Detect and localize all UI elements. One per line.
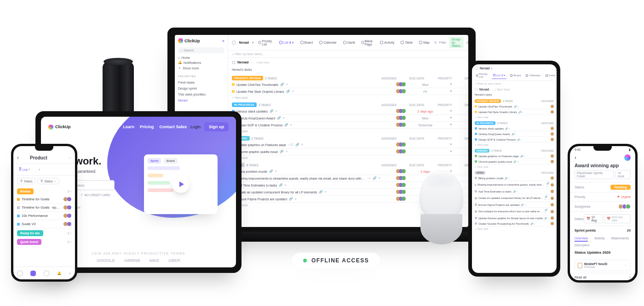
chevron-down-icon[interactable]: ▾ [252, 41, 254, 45]
priority-flag[interactable]: ⚑Urgent [617, 195, 631, 199]
group-badge[interactable]: OPEN [475, 171, 485, 175]
task-filter-input[interactable]: ⌕ Filter by task name... [228, 51, 468, 58]
task-row[interactable]: ClickUp King/Queen Award🔗▾Mon⚑15/11 [232, 115, 468, 122]
task-row[interactable]: Ensure Figma Projects are updated🔗 ▾ [475, 202, 554, 208]
new-task-button[interactable]: + New task [232, 95, 468, 102]
card-tab-sprint[interactable]: Sprint [148, 158, 161, 164]
group-badge[interactable]: PRODUCT REVIEW [475, 99, 501, 103]
view-priority-list[interactable]: Priority List [475, 72, 489, 79]
status-badge[interactable]: Pending [610, 185, 631, 190]
nav-grid-icon[interactable] [44, 271, 49, 276]
task-row[interactable]: Various slack updates🔗▾2 days ago⚑ [232, 108, 468, 115]
new-task-top[interactable]: + New task [255, 61, 269, 64]
view-map[interactable]: Map [418, 40, 431, 45]
back-icon[interactable]: ‹ [17, 154, 19, 161]
nav-pricing[interactable]: Pricing [140, 125, 154, 129]
group-pill[interactable]: Quote brand [17, 239, 41, 245]
new-task-button[interactable]: + New task [232, 129, 468, 135]
brand-logo[interactable]: ClickUp [48, 125, 71, 130]
view-board[interactable]: Board [299, 40, 315, 45]
breadcrumb-workspace[interactable]: Nenad [239, 41, 249, 44]
tab-overview[interactable]: Overview [575, 237, 588, 242]
view-calendar[interactable]: Calendar [524, 72, 541, 79]
nav-home-icon[interactable] [17, 271, 23, 276]
new-task-button[interactable]: + New task [475, 227, 554, 232]
filter-btn[interactable]: Filter [439, 41, 447, 44]
new-task-button[interactable]: + New task [232, 155, 468, 162]
view-tab-list[interactable]: ≣List ▾ [17, 166, 32, 173]
collapse-icon[interactable]: « [222, 39, 224, 43]
nav-bolt-icon[interactable] [30, 271, 36, 276]
task-row[interactable]: Update Devices graphic for Simple layout… [475, 215, 554, 221]
view-priority-list[interactable]: Priority List [257, 39, 274, 47]
group-badge[interactable]: PENDING [475, 149, 489, 153]
more-icon[interactable]: ⋯ [624, 264, 627, 267]
list-title[interactable]: Nenad [237, 59, 248, 65]
login-link[interactable]: Login [187, 123, 204, 131]
group-badge[interactable]: PRODUCT REVIEW [232, 76, 263, 80]
view-calendar[interactable]: Calendar [318, 40, 338, 45]
card-tab-board[interactable]: Board [164, 158, 177, 164]
new-task-button[interactable]: + New task [475, 142, 554, 148]
task-row[interactable]: Update ClickTips Thumbnails🔗 ▾ [475, 104, 554, 109]
task-row[interactable]: Update Flat Style Graphic Library🔗▾Fri⚑1… [232, 88, 468, 95]
task-row[interactable]: Sharing improvements to streamline guest… [475, 181, 554, 189]
doc-row[interactable]: MobilePT Nov20Prototype ⋯ [575, 260, 631, 271]
group-pill[interactable]: Ready for dev [17, 230, 43, 236]
nav-product[interactable]: Product [102, 125, 117, 129]
more-icon[interactable]: ⋯ [250, 61, 253, 64]
task-row[interactable]: Chrome graphic quality issue🔗 ▾ [475, 159, 554, 164]
task-row[interactable]: Design SOP & Creative Process🔗▾Tomorrow⚑… [232, 122, 468, 129]
brand-logo[interactable]: ClickUp « [178, 37, 224, 45]
fav-item[interactable]: Fresh tasks [178, 80, 224, 85]
filter-icon[interactable]: ⚲ [434, 41, 437, 45]
fav-item[interactable]: Design sprint [178, 86, 224, 91]
flag-icon[interactable]: ⚑ [444, 83, 457, 86]
view-board[interactable]: Board [509, 72, 522, 79]
nav-home[interactable]: ⌂Home [178, 56, 224, 59]
nav-notifications[interactable]: 🔔Notifications [178, 61, 224, 64]
flag-icon[interactable]: ⚑ [444, 90, 457, 93]
nav-showmore[interactable]: ＋Show more [178, 66, 224, 70]
tab-activity[interactable]: Activity [594, 237, 604, 242]
new-task-button[interactable]: + New task [475, 164, 554, 170]
view-gantt[interactable]: Gantt [342, 40, 356, 45]
task-row[interactable]: Update Flat Style Graphic Library🔗 ▾ [475, 109, 554, 115]
task-row[interactable]: Design SOP & Creative Process🔗 ▾ [475, 137, 554, 142]
more-icon[interactable]: ⋯ [68, 156, 71, 160]
close-icon[interactable]: × [54, 180, 56, 183]
breadcrumb-chip[interactable]: Placeholder Sprints Folder [575, 170, 614, 179]
tab-attachments[interactable]: Attachments [611, 237, 629, 242]
flag-icon[interactable]: ⚑ [444, 143, 457, 147]
search-input[interactable]: ⌕ Search [178, 47, 224, 53]
task-row[interactable]: Billing problem model🔗 ▾ [475, 176, 554, 181]
view-gantt[interactable]: Gantt [544, 72, 557, 79]
task-filter-input[interactable]: ⌕ Filter by task name... [475, 81, 554, 86]
view-table[interactable]: Table [399, 40, 414, 45]
groupby-chip[interactable]: Group by: Status [449, 37, 463, 48]
nav-search-icon[interactable]: ⌕ [69, 271, 71, 275]
task-row[interactable]: 10x Performance [13, 212, 75, 220]
chevron-right-icon[interactable]: › [630, 276, 631, 279]
task-row[interactable]: Create an updated component library for … [475, 194, 554, 202]
view-blank-page[interactable]: Blank Page [360, 39, 375, 47]
play-button[interactable] [172, 176, 190, 193]
group-badge[interactable]: IN PROGRESS [475, 121, 495, 125]
task-row[interactable]: ClickUp King/Queen Award🔗 ▾ [475, 131, 554, 137]
flag-icon[interactable]: ⚑ [444, 109, 457, 113]
fav-item-active[interactable]: Nenad [178, 98, 224, 102]
view-activity[interactable]: Activity [379, 40, 396, 45]
nav-contact-sales[interactable]: Contact Sales [159, 125, 187, 129]
fav-item[interactable]: This week priorities [178, 92, 224, 96]
app-icon[interactable] [624, 154, 631, 161]
breadcrumb-workspace[interactable]: Nenad [480, 67, 489, 70]
due-date-chip[interactable]: 📅 Add due date [604, 214, 631, 223]
flag-icon[interactable]: ⚑ [444, 150, 457, 153]
task-row[interactable]: Update ClickTips Thumbnails🔗▾Mon⚑22/10 [232, 81, 468, 88]
view-tab-add[interactable]: ＋ [36, 166, 43, 173]
assignees[interactable] [620, 204, 631, 209]
view-list[interactable]: List 3 ▾ [492, 72, 507, 79]
signup-button[interactable]: Sign up [204, 122, 229, 131]
nav-learn[interactable]: Learn [123, 125, 134, 129]
task-row[interactable]: Update graphics on Features page🔗 ▾ [475, 153, 554, 159]
